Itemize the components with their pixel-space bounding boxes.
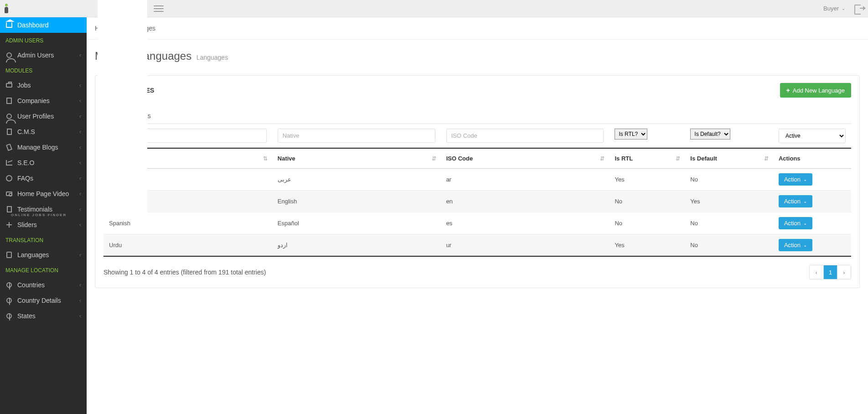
sidebar-section: MANAGE LOCATION [0, 263, 87, 277]
add-language-button[interactable]: + Add New Language [780, 83, 851, 98]
table-row: EnglishEnglishenNoYesAction⌄ [103, 191, 851, 212]
action-button[interactable]: Action⌄ [779, 195, 812, 207]
arrows-icon [5, 221, 13, 228]
col-header-actions[interactable]: Actions [773, 148, 851, 169]
sort-icon: ⇵ [676, 155, 680, 162]
plus-icon: + [786, 87, 790, 94]
sidebar-item-label: Sliders [17, 221, 37, 228]
cell-def: No [685, 234, 773, 257]
cell-actions: Action⌄ [773, 169, 851, 191]
globe-icon [5, 312, 13, 320]
cell-def: No [685, 169, 773, 191]
table-row: SpanishEspañolesNoNoAction⌄ [103, 212, 851, 234]
sidebar-item-label: Languages [17, 251, 49, 259]
globe-icon [5, 297, 13, 304]
table-row: ArabicعربىarYesNoAction⌄ [103, 169, 851, 191]
topbar-left: Jobs Portal ONLINE JOBS FINDER [0, 0, 164, 17]
logo[interactable]: Jobs Portal ONLINE JOBS FINDER [0, 0, 151, 17]
action-button-label: Action [784, 198, 801, 205]
sidebar-item-label: Country Details [17, 297, 61, 304]
cell-language: Urdu [103, 234, 272, 257]
cell-native: اردو [272, 234, 441, 257]
cell-iso: ur [441, 234, 610, 257]
filter-rtl-select[interactable]: Is RTL? [615, 129, 647, 140]
breadcrumb: Home ○ Languages [87, 17, 868, 40]
user-menu[interactable]: Buyer ⌄ [823, 5, 845, 12]
filter-active-select[interactable]: Active [779, 129, 846, 143]
add-button-label: Add New Language [793, 87, 845, 94]
chevron-left-icon: ‹ [79, 282, 81, 288]
lang-icon [5, 251, 13, 259]
chevron-left-icon: ‹ [79, 313, 81, 319]
page-title: Manage Languages Languages [87, 40, 868, 67]
table-row: UrduاردوurYesNoAction⌄ [103, 234, 851, 257]
globe-icon [5, 281, 13, 289]
logo-text: Jobs Portal ONLINE JOBS FINDER [11, 0, 147, 217]
chevron-down-icon: ⌄ [842, 6, 845, 11]
menu-toggle-icon[interactable] [154, 5, 164, 12]
chevron-down-icon: ⌄ [803, 221, 807, 226]
action-button-label: Action [784, 220, 801, 227]
sort-icon: ⇵ [764, 155, 769, 162]
user-label: Buyer [823, 5, 839, 12]
topbar-right: Buyer ⌄ [823, 4, 863, 14]
cell-rtl: Yes [609, 234, 685, 257]
col-header-is-rtl[interactable]: Is RTL⇵ [609, 148, 685, 169]
panel-header: LANGUAGES + Add New Language [95, 76, 859, 105]
sidebar-section: TRANSLATION [0, 233, 87, 247]
pagination-page-1[interactable]: 1 [823, 265, 837, 279]
sidebar-item-label: Countries [17, 281, 45, 289]
logo-icon [4, 4, 9, 14]
col-header-iso-code[interactable]: ISO Code⇵ [441, 148, 610, 169]
filter-iso-input[interactable] [446, 129, 604, 143]
length-control: 10 records [95, 105, 859, 124]
cell-rtl: Yes [609, 169, 685, 191]
chevron-down-icon: ⌄ [803, 243, 807, 248]
topbar: Jobs Portal ONLINE JOBS FINDER Buyer ⌄ [0, 0, 868, 17]
action-button[interactable]: Action⌄ [779, 239, 812, 251]
logout-icon[interactable] [853, 4, 863, 14]
page-title-sub: Languages [196, 54, 228, 61]
logo-subtitle: ONLINE JOBS FINDER [11, 213, 147, 217]
action-button[interactable]: Action⌄ [779, 217, 812, 229]
languages-table: Is RTL? Is Default? Active Language⇅Nati… [103, 124, 851, 257]
sidebar-item-country-details[interactable]: Country Details‹ [0, 293, 87, 308]
cell-iso: en [441, 191, 610, 212]
pagination-prev[interactable]: ‹ [810, 265, 823, 279]
action-button-label: Action [784, 242, 801, 248]
panel-languages: LANGUAGES + Add New Language 10 records … [95, 75, 860, 288]
filter-default-select[interactable]: Is Default? [690, 129, 730, 140]
col-header-is-default[interactable]: Is Default⇵ [685, 148, 773, 169]
cell-def: No [685, 212, 773, 234]
chevron-left-icon: ‹ [79, 297, 81, 304]
action-button-label: Action [784, 176, 801, 183]
col-header-native[interactable]: Native⇵ [272, 148, 441, 169]
sidebar-item-states[interactable]: States‹ [0, 308, 87, 324]
chevron-down-icon: ⌄ [803, 177, 807, 182]
chevron-down-icon: ⌄ [803, 199, 807, 204]
table-footer: Showing 1 to 4 of 4 entries (filtered fr… [95, 257, 859, 288]
cell-actions: Action⌄ [773, 191, 851, 212]
pagination: ‹ 1 › [809, 265, 851, 279]
filter-native-input[interactable] [278, 129, 435, 143]
chevron-left-icon: ‹ [79, 252, 81, 258]
table-info: Showing 1 to 4 of 4 entries (filtered fr… [103, 269, 266, 276]
header-row: Language⇅Native⇵ISO Code⇵Is RTL⇵Is Defau… [103, 148, 851, 169]
cell-actions: Action⌄ [773, 212, 851, 234]
action-button[interactable]: Action⌄ [779, 173, 812, 186]
cell-iso: es [441, 212, 610, 234]
cell-native: Español [272, 212, 441, 234]
cell-native: عربى [272, 169, 441, 191]
cell-rtl: No [609, 191, 685, 212]
sidebar-item-countries[interactable]: Countries‹ [0, 277, 87, 293]
sidebar-item-sliders[interactable]: Sliders‹ [0, 217, 87, 233]
chevron-left-icon: ‹ [79, 222, 81, 228]
filter-row: Is RTL? Is Default? Active [103, 124, 851, 149]
sort-icon: ⇵ [432, 155, 436, 162]
pagination-next[interactable]: › [837, 265, 851, 279]
cell-actions: Action⌄ [773, 234, 851, 257]
cell-iso: ar [441, 169, 610, 191]
sidebar-item-languages[interactable]: Languages‹ [0, 247, 87, 263]
cell-native: English [272, 191, 441, 212]
table-body: ArabicعربىarYesNoAction⌄EnglishEnglishen… [103, 169, 851, 257]
